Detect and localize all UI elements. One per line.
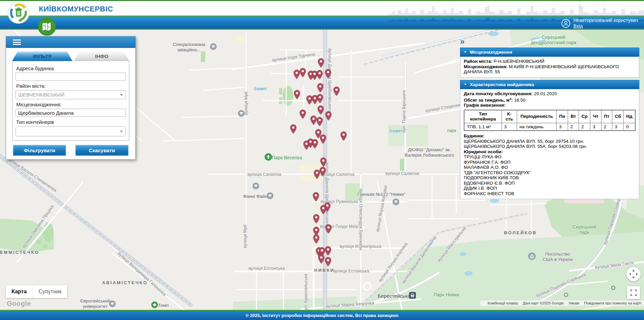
menu-icon[interactable] <box>13 39 21 45</box>
google-logo[interactable]: Google <box>7 300 31 308</box>
schedule-col-header: К-сть <box>502 110 517 123</box>
container-site-marker[interactable] <box>318 58 324 68</box>
login-link[interactable]: Вхід <box>573 23 583 29</box>
embassy-icon[interactable] <box>528 252 536 261</box>
school-icon[interactable] <box>252 183 259 191</box>
houses-label: Будинки: <box>464 133 636 139</box>
characteristics-section-title: Характеристика майданчика <box>470 82 534 87</box>
map-data-copyright: Дані карт ©2025 Google <box>523 301 564 305</box>
school-icon[interactable] <box>109 300 116 309</box>
container-site-marker[interactable] <box>290 124 297 134</box>
metro-icon[interactable] <box>409 292 416 300</box>
user-icon <box>561 19 570 28</box>
legal-entity-item: ФОРНАКС ІНВЕСТ ТОВ <box>464 191 636 196</box>
filter-button[interactable]: Фільтрувати <box>13 145 66 156</box>
house-item: ЩЕРБАКІВСЬКОГО ДАНИЛА ВУЛ. 55А, борг 542… <box>464 144 636 149</box>
collapse-panel-icon[interactable]: » <box>460 38 470 45</box>
container-site-marker[interactable] <box>318 254 325 264</box>
map-pan-control[interactable] <box>626 267 641 281</box>
location-label: Місцезнаходження: <box>16 102 126 107</box>
container-site-marker[interactable] <box>325 111 332 121</box>
map-label: парк <box>447 128 456 133</box>
characteristics-section-header[interactable]: ▼ Характеристика майданчика <box>460 80 639 89</box>
container-site-marker[interactable] <box>299 68 306 77</box>
map-label: Фанні Файна <box>243 194 270 199</box>
location-section: ▼ Місцезнаходження Район міста: Р-Н.ШЕВЧ… <box>460 48 639 78</box>
container-site-marker[interactable] <box>316 117 323 126</box>
park-icon[interactable] <box>265 153 272 162</box>
tab-filter[interactable]: ФІЛЬТР <box>12 51 72 61</box>
top-header-band: КИЇВКОМУНСЕРВІС <box>0 0 644 16</box>
container-site-marker[interactable] <box>317 83 324 92</box>
container-site-marker[interactable] <box>312 139 318 149</box>
container-site-marker[interactable] <box>325 246 331 256</box>
schedule-table-row: ТПВ, 1.1 м³3на тиждень3223230 <box>464 123 635 131</box>
container-site-marker[interactable] <box>294 90 300 99</box>
bus-icon[interactable] <box>564 292 568 298</box>
container-site-marker[interactable] <box>313 234 320 244</box>
tab-info[interactable]: ІНФО <box>74 51 129 61</box>
school-icon[interactable] <box>267 192 273 201</box>
schedule-cell: 3 <box>557 123 568 131</box>
map-label: Парк Веселка <box>272 155 302 160</box>
school-icon[interactable] <box>210 43 217 51</box>
schedule-cell: 3 <box>590 123 601 131</box>
container-site-marker[interactable] <box>333 86 340 96</box>
user-account-area: Неавторизований користувач Вхід <box>561 18 638 29</box>
info-panel: » ▼ Місцезнаходження Район міста: Р-Н.ШЕ… <box>460 38 639 199</box>
schedule-col-header: Періодичність <box>517 110 557 123</box>
container-site-marker[interactable] <box>317 105 324 115</box>
map-label: Посольство США в Україні <box>543 251 573 262</box>
container-site-marker[interactable] <box>325 224 332 234</box>
container-site-marker[interactable] <box>320 157 327 167</box>
filter-panel-header <box>6 36 135 48</box>
characteristics-section: ▼ Характеристика майданчика Дата початку… <box>460 80 639 199</box>
container-site-marker[interactable] <box>340 131 347 141</box>
address-input[interactable] <box>16 73 126 81</box>
shop-icon[interactable] <box>151 301 158 310</box>
legal-entity-item: ПОДОРОЖНИК КИЇВ ТОВ <box>464 175 636 181</box>
legal-entity-item: ВДОВІЧЕНКО Є.В. ФОП <box>464 181 636 186</box>
schedule-col-header: Нд <box>623 110 635 123</box>
cancel-button[interactable]: Скасувати <box>75 145 129 156</box>
container-type-select[interactable] <box>16 126 126 136</box>
container-site-marker[interactable] <box>314 169 320 179</box>
map-fullscreen-control[interactable] <box>627 286 640 299</box>
container-site-marker[interactable] <box>316 70 323 79</box>
trash-bin-icon <box>15 8 22 17</box>
map-legend-icon[interactable] <box>38 18 56 36</box>
schedule-cell: 2 <box>568 123 579 131</box>
keyboard-shortcuts-link[interactable]: Комбінації клавіш <box>488 301 518 305</box>
container-site-marker[interactable] <box>325 69 331 78</box>
map-type-control[interactable]: Карта Супутник <box>6 285 67 298</box>
schedule-cell: на тиждень <box>517 123 557 131</box>
container-site-marker[interactable] <box>313 192 319 202</box>
map-label: НИВКИ <box>314 268 334 273</box>
school-icon[interactable] <box>393 198 399 207</box>
legal-entity-item: ДІДИК І.В. ФОП <box>464 186 636 191</box>
container-site-marker[interactable] <box>317 94 323 103</box>
container-site-marker[interactable] <box>313 214 320 223</box>
report-map-error-link[interactable]: Повідомити про помилку на карті <box>584 301 641 305</box>
container-site-marker[interactable] <box>325 257 331 266</box>
container-site-marker[interactable] <box>293 70 300 79</box>
school-icon[interactable] <box>238 110 245 118</box>
terms-link[interactable]: Умови <box>568 301 579 305</box>
map-label: Сирецький парк <box>572 224 596 235</box>
map-label: КАДЕММІСТЕЧКО <box>0 250 39 255</box>
schedule-cell: 3 <box>612 123 624 131</box>
container-site-marker[interactable] <box>319 167 326 176</box>
container-type-label: Тип контейнерів <box>16 119 126 125</box>
location-section-header[interactable]: ▼ Місцезнаходження <box>460 48 639 57</box>
district-select[interactable]: ШЕВЧЕНКІВСЬКИЙ <box>16 90 126 99</box>
container-site-marker[interactable] <box>320 134 326 144</box>
container-site-marker[interactable] <box>310 115 317 125</box>
map-type-satellite-button[interactable]: Супутник <box>32 285 67 298</box>
container-site-marker[interactable] <box>324 202 331 212</box>
bus-icon[interactable] <box>611 285 616 291</box>
location-input[interactable] <box>16 109 126 117</box>
map-label: ДЮФШ "Динамо" ім. Валерія Лобановського <box>405 147 454 158</box>
triangle-down-icon: ▼ <box>464 83 467 86</box>
container-site-marker[interactable] <box>299 109 306 119</box>
map-type-map-button[interactable]: Карта <box>6 285 32 298</box>
